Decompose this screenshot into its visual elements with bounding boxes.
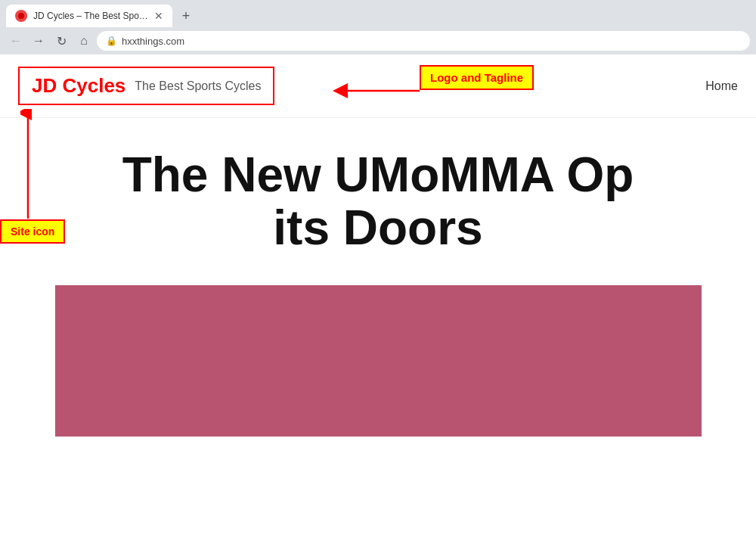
logo-arrow bbox=[333, 83, 423, 101]
url-display: hxxthings.com bbox=[122, 36, 184, 47]
main-heading: The New UMoMMA Op its Doors bbox=[38, 148, 718, 255]
main-content: The New UMoMMA Op its Doors bbox=[0, 118, 756, 437]
reload-button[interactable]: ↻ bbox=[51, 31, 71, 51]
forward-button[interactable]: → bbox=[29, 31, 48, 51]
back-button[interactable]: ← bbox=[6, 31, 26, 51]
tab-close-button[interactable]: ✕ bbox=[154, 10, 163, 22]
page-content: JD Cycles The Best Sports Cycles Logo an… bbox=[0, 54, 756, 437]
site-tagline: The Best Sports Cycles bbox=[135, 79, 261, 93]
tab-bar: JD Cycles – The Best Sports Cycle ✕ + bbox=[0, 0, 756, 27]
site-logo: JD Cycles bbox=[32, 74, 125, 98]
logo-tagline-annotation: Logo and Tagline bbox=[420, 65, 534, 90]
address-bar-row: ← → ↻ ⌂ 🔒 hxxthings.com bbox=[0, 27, 756, 54]
lock-icon: 🔒 bbox=[106, 36, 117, 46]
tab-favicon bbox=[15, 10, 27, 22]
site-icon-arrow bbox=[20, 109, 36, 224]
active-tab[interactable]: JD Cycles – The Best Sports Cycle ✕ bbox=[6, 5, 172, 27]
logo-area: JD Cycles The Best Sports Cycles bbox=[18, 67, 274, 105]
hero-image bbox=[55, 285, 702, 437]
home-nav-link[interactable]: Home bbox=[705, 79, 738, 93]
address-bar[interactable]: 🔒 hxxthings.com bbox=[97, 31, 750, 51]
tab-title: JD Cycles – The Best Sports Cycle bbox=[33, 11, 148, 21]
browser-chrome: JD Cycles – The Best Sports Cycle ✕ + ← … bbox=[0, 0, 756, 54]
site-header: JD Cycles The Best Sports Cycles Logo an… bbox=[0, 54, 756, 118]
heading-line1: The New UMoMMA Op bbox=[122, 148, 634, 202]
heading-line2: its Doors bbox=[273, 200, 482, 255]
home-button[interactable]: ⌂ bbox=[74, 31, 94, 51]
new-tab-button[interactable]: + bbox=[175, 5, 197, 26]
